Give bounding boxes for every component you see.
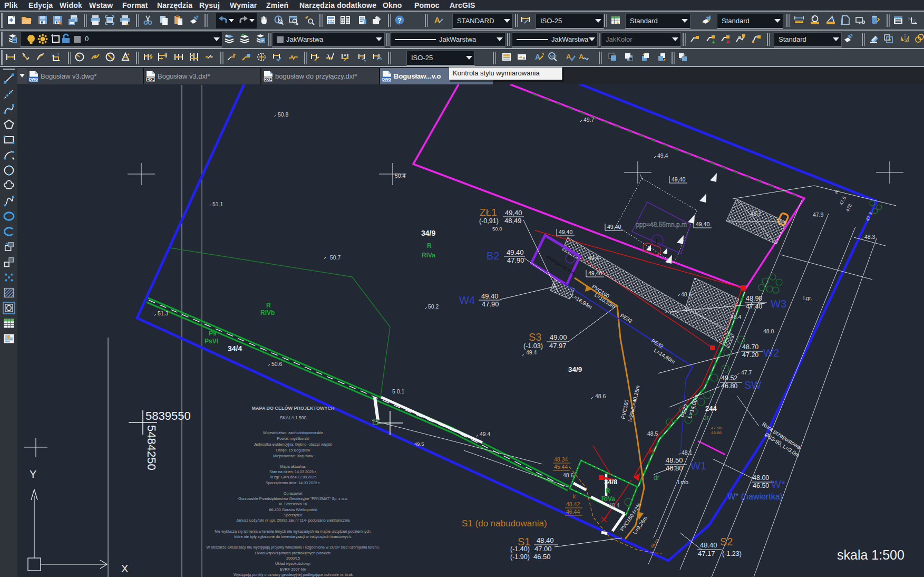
svg-text:47.00: 47.00 xyxy=(534,545,552,553)
svg-text:Województwo: zachodniopomorski: Województwo: zachodniopomorskie xyxy=(263,430,323,435)
svg-text:49.4: 49.4 xyxy=(588,255,599,261)
svg-text:47.97: 47.97 xyxy=(549,342,567,350)
svg-text:47.90: 47.90 xyxy=(507,256,524,264)
svg-text:ppp=48.55mn.p.m: ppp=48.55mn.p.m xyxy=(636,221,687,228)
svg-text:46.44: 46.44 xyxy=(566,508,580,515)
svg-text:48,49: 48,49 xyxy=(504,217,522,225)
svg-text:48.6: 48.6 xyxy=(681,291,692,297)
svg-text:ABC: ABC xyxy=(550,54,557,58)
svg-text:Mapa aktualna.: Mapa aktualna. xyxy=(280,464,306,469)
svg-text:(-1.90): (-1.90) xyxy=(510,553,530,561)
svg-text:34/4: 34/4 xyxy=(228,344,242,353)
svg-text:DWG: DWG xyxy=(29,78,38,81)
svg-text:Stan na dzień: 14.03.2025 r.: Stan na dzień: 14.03.2025 r. xyxy=(269,469,317,474)
svg-text:5 0.1: 5 0.1 xyxy=(392,388,405,395)
svg-text:Opracował:: Opracował: xyxy=(284,491,303,496)
svg-text:49.4: 49.4 xyxy=(657,152,668,159)
svg-text:49.4: 49.4 xyxy=(480,431,491,437)
svg-text:50.4: 50.4 xyxy=(395,172,406,179)
svg-text:R: R xyxy=(606,487,610,495)
svg-text:49,40: 49,40 xyxy=(672,176,685,182)
svg-text:skala 1:500: skala 1:500 xyxy=(837,547,904,562)
svg-text:51.1: 51.1 xyxy=(212,201,223,207)
svg-text:A: A xyxy=(579,53,584,61)
svg-text:50.2: 50.2 xyxy=(428,303,439,310)
svg-text:S1 (do nabudowania): S1 (do nabudowania) xyxy=(462,518,547,528)
svg-text:2: 2 xyxy=(362,56,364,61)
svg-text:dr: dr xyxy=(703,414,709,421)
svg-text:48.34: 48.34 xyxy=(554,456,568,463)
svg-text:Ps: Ps xyxy=(209,330,217,337)
svg-text:RIVb: RIVb xyxy=(260,309,275,316)
svg-text:W1: W1 xyxy=(690,460,706,472)
svg-text:49.40: 49.40 xyxy=(507,248,524,256)
svg-text:34/9: 34/9 xyxy=(568,366,582,373)
svg-text:które nie były zgłoszone do in: które nie były zgłoszone do inwentaryzac… xyxy=(235,534,352,539)
svg-text:50.6: 50.6 xyxy=(271,361,283,367)
svg-text:W2: W2 xyxy=(763,347,779,359)
svg-text:50.8: 50.8 xyxy=(278,111,289,118)
svg-text:48.40: 48.40 xyxy=(537,536,554,544)
svg-text:S2: S2 xyxy=(720,536,733,547)
svg-text:SKALA 1:500: SKALA 1:500 xyxy=(280,415,307,420)
svg-text:49,40: 49,40 xyxy=(696,221,709,227)
svg-text:5839550: 5839550 xyxy=(145,409,191,422)
svg-text:ul. Strzelecka 16: ul. Strzelecka 16 xyxy=(279,502,307,506)
svg-text:46.50: 46.50 xyxy=(753,482,769,489)
svg-text:50.7: 50.7 xyxy=(330,254,341,261)
svg-text:49,40: 49,40 xyxy=(588,270,602,276)
svg-text:x: x xyxy=(57,52,60,56)
svg-text:(-1.03): (-1.03) xyxy=(523,342,543,350)
svg-text:48.0: 48.0 xyxy=(763,328,774,334)
svg-text:EVRF-2007-NH: EVRF-2007-NH xyxy=(280,567,306,572)
svg-text:48.6: 48.6 xyxy=(563,472,574,478)
svg-text:W3: W3 xyxy=(771,298,786,310)
svg-text:47.40: 47.40 xyxy=(746,303,762,310)
svg-text:49.5: 49.5 xyxy=(414,441,424,447)
svg-text:W obszarze aktualizacji nie wy: W obszarze aktualizacji nie występują pr… xyxy=(206,545,380,550)
svg-text:MAPA DO CELÓW PROJEKTOWYCH: MAPA DO CELÓW PROJEKTOWYCH xyxy=(252,405,335,411)
svg-text:Sporządził:: Sporządził: xyxy=(284,513,303,517)
svg-text:48.3: 48.3 xyxy=(864,234,876,240)
svg-text:51.3: 51.3 xyxy=(158,310,169,316)
svg-text:49,40: 49,40 xyxy=(559,229,572,235)
svg-text:48.40: 48.40 xyxy=(700,541,717,549)
svg-text:47.90: 47.90 xyxy=(482,300,499,308)
svg-text:RIVa: RIVa xyxy=(601,495,615,503)
svg-text:48.7: 48.7 xyxy=(751,210,762,217)
svg-text:X: X xyxy=(121,563,128,574)
svg-text:x: x xyxy=(913,18,916,22)
svg-text:(-0,91): (-0,91) xyxy=(479,217,499,225)
svg-text:48.4: 48.4 xyxy=(731,314,742,320)
svg-text:I: I xyxy=(656,238,657,245)
svg-text:49.40: 49.40 xyxy=(481,292,499,300)
svg-text:l.gr.: l.gr. xyxy=(803,295,812,301)
svg-text:R: R xyxy=(266,302,271,309)
svg-text:46.50: 46.50 xyxy=(533,553,551,561)
svg-text:ZŁ1: ZŁ1 xyxy=(480,207,497,218)
svg-text:R: R xyxy=(427,242,432,249)
svg-text:S3: S3 xyxy=(529,331,541,343)
svg-text:Obręb: 15 Bogusław: Obręb: 15 Bogusław xyxy=(276,448,310,453)
svg-text:48.90: 48.90 xyxy=(746,295,762,302)
svg-text:48.50: 48.50 xyxy=(666,456,683,464)
svg-text:(-1.23): (-1.23) xyxy=(722,550,742,557)
svg-text:66-400 Gorzów Wielkopolski: 66-400 Gorzów Wielkopolski xyxy=(269,507,317,512)
svg-text:l.mb.: l.mb. xyxy=(678,479,690,485)
svg-text:W* (nawiertka): W* (nawiertka) xyxy=(727,492,783,501)
svg-text:48.6: 48.6 xyxy=(595,393,606,399)
svg-text:DXF: DXF xyxy=(147,78,155,81)
svg-text:Miejscowość: Bogusław: Miejscowość: Bogusław xyxy=(273,454,314,458)
svg-text:?: ? xyxy=(397,16,402,24)
svg-text:5484250: 5484250 xyxy=(145,425,158,470)
svg-text:2000/15: 2000/15 xyxy=(286,556,300,561)
svg-text:Jednostka ewidencyjna: Dębno-: Jednostka ewidencyjna: Dębno- obszar wie… xyxy=(254,442,333,447)
svg-text:34/9: 34/9 xyxy=(421,229,435,237)
svg-text:Powiat: myśliborski: Powiat: myśliborski xyxy=(277,436,309,441)
svg-text:dr: dr xyxy=(654,474,659,482)
svg-text:49.00: 49.00 xyxy=(550,333,567,341)
svg-text:Janusz Łożyński nr upr. 20992: Janusz Łożyński nr upr. 20992 zak.nr 114… xyxy=(236,518,350,523)
svg-text:Układ wysokościowy:: Układ wysokościowy: xyxy=(275,561,311,566)
svg-text:y: y xyxy=(908,16,910,21)
svg-text:Występują punkty o osnowy geod: Występują punkty o osnowy geodezyjnej po… xyxy=(234,572,353,577)
